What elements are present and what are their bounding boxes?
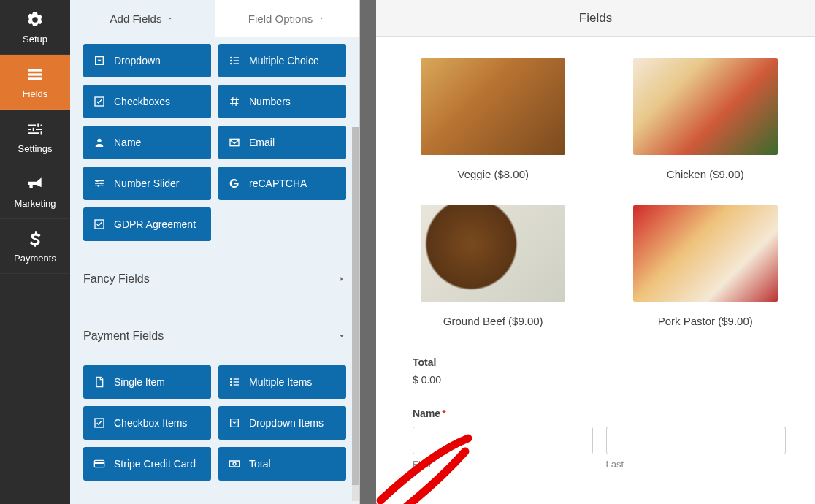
svg-point-14 — [97, 185, 99, 187]
field-label: Numbers — [249, 96, 291, 107]
field-dropdown-items[interactable]: Dropdown Items — [218, 406, 346, 440]
file-icon — [93, 376, 105, 388]
last-name-input[interactable] — [606, 427, 787, 454]
product-porkpastor[interactable]: Pork Pastor ($9.00) — [625, 205, 787, 327]
product-veggie[interactable]: Veggie ($8.00) — [413, 58, 574, 180]
svg-point-3 — [230, 57, 232, 59]
svg-rect-1 — [28, 73, 42, 75]
product-grid: Veggie ($8.00) Chicken ($9.00) Ground Be… — [413, 58, 786, 327]
svg-point-7 — [230, 63, 232, 65]
field-label: Name — [114, 137, 141, 148]
field-label: Multiple Items — [249, 376, 312, 388]
svg-rect-8 — [234, 63, 239, 64]
field-numbers[interactable]: Numbers — [218, 85, 346, 118]
svg-rect-0 — [28, 69, 42, 71]
name-field[interactable]: Name* First Last — [413, 408, 786, 470]
dollar-icon — [26, 229, 45, 248]
nav-marketing-label: Marketing — [14, 198, 56, 209]
preview-title: Fields — [579, 11, 612, 26]
chevron-right-icon — [317, 14, 326, 23]
nav-setup[interactable]: Setup — [0, 0, 70, 55]
section-payment-fields[interactable]: Payment Fields — [83, 316, 346, 355]
svg-rect-24 — [94, 462, 104, 464]
field-email[interactable]: Email — [218, 126, 346, 159]
product-chicken[interactable]: Chicken ($9.00) — [625, 58, 787, 180]
field-label: Number Slider — [114, 177, 179, 189]
total-label: Total — [413, 356, 786, 368]
preview-scroll[interactable]: Veggie ($8.00) Chicken ($9.00) Ground Be… — [376, 37, 815, 504]
nav-payments-label: Payments — [14, 253, 56, 264]
tab-field-options-label: Field Options — [248, 12, 313, 25]
product-image — [421, 58, 565, 155]
product-image — [633, 58, 778, 155]
preview-header: Fields — [376, 0, 815, 37]
fields-panel: Add Fields Field Options Dropdown Multip… — [70, 0, 360, 504]
svg-point-20 — [230, 384, 232, 386]
field-gdpr[interactable]: GDPR Agreement — [83, 207, 211, 241]
product-image — [633, 205, 778, 302]
field-single-item[interactable]: Single Item — [83, 365, 211, 399]
field-checkbox-items[interactable]: Checkbox Items — [83, 406, 211, 440]
field-stripe[interactable]: Stripe Credit Card — [83, 447, 211, 481]
field-number-slider[interactable]: Number Slider — [83, 167, 211, 200]
chevron-down-icon — [166, 14, 175, 23]
product-label: Ground Beef ($9.00) — [443, 315, 543, 327]
envelope-icon — [229, 137, 240, 148]
caret-square-icon — [93, 55, 105, 66]
standard-fields-grid: Dropdown Multiple Choice Checkboxes Numb… — [83, 44, 346, 241]
tab-add-fields[interactable]: Add Fields — [70, 0, 215, 37]
panel-tabs: Add Fields Field Options — [70, 0, 359, 37]
product-label: Pork Pastor ($9.00) — [658, 315, 753, 327]
money-icon — [229, 458, 240, 470]
product-label: Veggie ($8.00) — [457, 168, 529, 180]
user-icon — [93, 137, 105, 148]
field-label: Dropdown Items — [249, 417, 324, 429]
field-multiple-choice[interactable]: Multiple Choice — [218, 44, 346, 77]
field-total[interactable]: Total — [218, 447, 346, 481]
svg-rect-19 — [234, 381, 239, 382]
field-recaptcha[interactable]: reCAPTCHA — [218, 167, 346, 200]
field-multiple-items[interactable]: Multiple Items — [218, 365, 346, 399]
field-label: Multiple Choice — [249, 55, 319, 66]
bullhorn-icon — [26, 175, 45, 194]
field-checkboxes[interactable]: Checkboxes — [83, 85, 211, 118]
vertical-nav: Setup Fields Settings Marketing Payments — [0, 0, 70, 504]
product-groundbeef[interactable]: Ground Beef ($9.00) — [413, 205, 574, 327]
field-label: Checkbox Items — [114, 417, 187, 429]
product-label: Chicken ($9.00) — [667, 168, 744, 180]
product-image — [421, 205, 565, 302]
section-fancy-label: Fancy Fields — [83, 272, 150, 286]
field-name[interactable]: Name — [83, 126, 211, 159]
total-field[interactable]: Total $ 0.00 — [413, 356, 786, 386]
first-name-input[interactable] — [413, 427, 593, 454]
nav-settings[interactable]: Settings — [0, 110, 70, 164]
nav-fields-label: Fields — [23, 88, 48, 99]
section-fancy-fields[interactable]: Fancy Fields — [83, 259, 346, 298]
last-name-sublabel: Last — [606, 459, 787, 470]
nav-payments[interactable]: Payments — [0, 219, 70, 274]
nav-fields[interactable]: Fields — [0, 55, 70, 110]
svg-point-16 — [230, 378, 232, 381]
nav-marketing[interactable]: Marketing — [0, 164, 70, 219]
svg-rect-17 — [234, 378, 239, 379]
name-subfields: First Last — [413, 427, 786, 470]
list-icon — [26, 65, 45, 84]
field-dropdown[interactable]: Dropdown — [83, 44, 211, 77]
panel-gutter — [360, 0, 376, 504]
svg-point-12 — [96, 180, 99, 182]
tab-add-fields-label: Add Fields — [110, 12, 162, 25]
nav-setup-label: Setup — [23, 34, 47, 45]
nav-settings-label: Settings — [18, 143, 53, 154]
form-preview: Fields Veggie ($8.00) Chicken ($9.00) Gr… — [376, 0, 815, 504]
google-icon — [229, 177, 240, 189]
svg-point-18 — [230, 381, 232, 383]
svg-rect-4 — [234, 57, 239, 58]
chevron-right-icon — [337, 275, 346, 283]
svg-point-26 — [233, 462, 236, 465]
svg-rect-25 — [229, 461, 239, 467]
gear-icon — [26, 10, 45, 29]
list-ul-icon — [229, 55, 240, 66]
tab-field-options[interactable]: Field Options — [215, 0, 359, 37]
field-label: GDPR Agreement — [114, 218, 196, 230]
svg-point-10 — [97, 139, 101, 142]
